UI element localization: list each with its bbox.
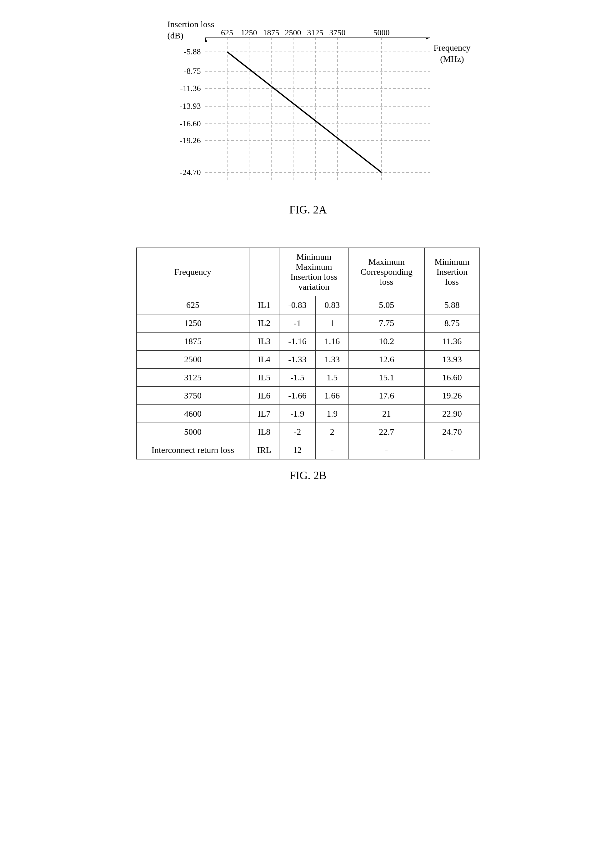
table-row: 2500IL4-1.331.3312.613.93 bbox=[136, 350, 480, 368]
fig-2a-label: FIG. 2A bbox=[167, 203, 449, 216]
data-table: Frequency Minimum Maximum Insertion loss… bbox=[136, 248, 480, 459]
table-row: 625IL1-0.830.835.055.88 bbox=[136, 296, 480, 314]
y-tick-labels: -5.88 -8.75 -11.36 -13.93 -16.60 -19.26 … bbox=[177, 37, 203, 181]
col-minil-header: Minimum Insertion loss bbox=[424, 248, 480, 296]
chart-container: Insertion loss (dB) bbox=[167, 19, 449, 194]
table-body: 625IL1-0.830.835.055.881250IL2-117.758.7… bbox=[136, 296, 480, 459]
col-frequency-header: Frequency bbox=[136, 248, 249, 296]
svg-marker-15 bbox=[426, 37, 430, 40]
col-maxcl-header: Maximum Corresponding loss bbox=[349, 248, 424, 296]
fig-2b-label: FIG. 2B bbox=[136, 469, 480, 482]
svg-marker-17 bbox=[205, 37, 207, 42]
chart-svg bbox=[205, 37, 430, 181]
table-row: 3750IL6-1.661.6617.619.26 bbox=[136, 387, 480, 405]
table-row: 4600IL7-1.91.92122.90 bbox=[136, 405, 480, 423]
chart-section: Insertion loss (dB) bbox=[167, 19, 449, 235]
chart-area: -5.88 -8.75 -11.36 -13.93 -16.60 -19.26 … bbox=[205, 37, 430, 181]
table-row: 1250IL2-117.758.75 bbox=[136, 314, 480, 332]
table-header-row-1: Frequency Minimum Maximum Insertion loss… bbox=[136, 248, 480, 296]
svg-line-18 bbox=[227, 52, 382, 173]
table-section: Frequency Minimum Maximum Insertion loss… bbox=[136, 248, 480, 501]
x-axis-title: Frequency (MHz) bbox=[433, 42, 471, 65]
x-tick-labels: 625 1250 1875 2500 3125 3750 5000 bbox=[205, 25, 430, 37]
table-row: 3125IL5-1.51.515.116.60 bbox=[136, 368, 480, 387]
col-il-header bbox=[249, 248, 279, 296]
table-row: 1875IL3-1.161.1610.211.36 bbox=[136, 332, 480, 350]
table-row: 5000IL8-2222.724.70 bbox=[136, 423, 480, 441]
table-row: Interconnect return lossIRL12--- bbox=[136, 441, 480, 459]
col-ilv-header: Minimum Maximum Insertion loss variation bbox=[279, 248, 349, 296]
